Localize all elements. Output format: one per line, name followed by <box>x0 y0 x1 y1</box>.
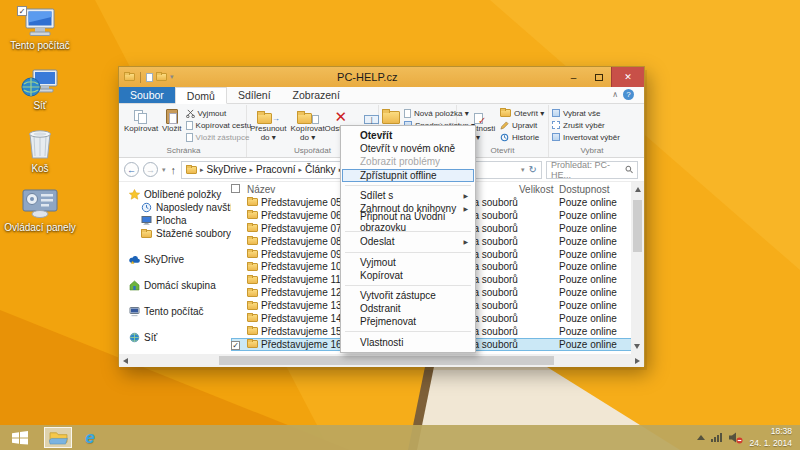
ribbon-group-clipboard: Kopírovat Vložit Vyjmout Kopírovat cestu <box>121 105 247 157</box>
edit-button[interactable]: Upravit <box>498 119 546 131</box>
volume-muted-icon[interactable] <box>728 431 743 444</box>
column-header-availability[interactable]: Dostupnost <box>559 184 630 195</box>
menu-item[interactable]: Vyjmout <box>342 256 474 269</box>
menu-item[interactable]: Vlastnosti <box>342 335 474 348</box>
vertical-scrollbar[interactable] <box>631 182 644 354</box>
copy-to-button[interactable]: Kopírovat do ▾ <box>288 106 326 144</box>
vertical-scroll-thumb[interactable] <box>633 200 642 252</box>
scroll-right-icon[interactable] <box>635 358 640 364</box>
desktop-icon-checkbox[interactable]: ✓ <box>17 6 27 16</box>
desktop-icon-sit[interactable]: Síť <box>3 68 77 112</box>
menu-item[interactable]: Zpřístupnit offline <box>342 169 474 182</box>
rename-icon: | <box>364 115 379 124</box>
cut-button[interactable]: Vyjmout <box>184 107 254 119</box>
network-signal-icon[interactable] <box>711 433 722 442</box>
menu-item[interactable]: Otevřít v novém okně <box>342 142 474 155</box>
menu-item[interactable]: Vytvořit zástupce <box>342 289 474 302</box>
header-checkbox[interactable] <box>231 184 240 193</box>
search-input[interactable]: Prohledat: PC-HE... <box>546 161 638 179</box>
scroll-left-icon[interactable] <box>123 358 128 364</box>
menu-item[interactable] <box>345 185 471 186</box>
menu-item[interactable]: Otevřít <box>342 129 474 142</box>
open-button[interactable]: Otevřít ▾ <box>498 107 546 119</box>
sidebar-item-recent[interactable]: Naposledy navštíven <box>119 201 231 214</box>
copy-button[interactable]: Kopírovat <box>122 106 160 135</box>
help-icon[interactable]: ? <box>623 89 634 100</box>
paste-button[interactable]: Vložit <box>160 106 184 135</box>
minimize-button[interactable]: – <box>561 67 586 87</box>
new-folder-button[interactable] <box>380 106 402 126</box>
file-availability: Pouze online <box>559 339 630 350</box>
copy-path-button[interactable]: Kopírovat cestu <box>184 119 254 131</box>
clock-time: 18:38 <box>749 426 792 437</box>
scroll-down-icon[interactable] <box>634 344 640 349</box>
invert-selection-icon <box>552 133 560 141</box>
column-header-size[interactable]: Velikost <box>519 184 559 195</box>
invert-selection-button[interactable]: Invertovat výběr <box>550 131 622 143</box>
ribbon-tab[interactable]: Zobrazení <box>282 87 351 103</box>
copy-to-icon <box>297 113 312 124</box>
scissors-icon <box>186 109 195 118</box>
menu-item[interactable] <box>345 285 471 286</box>
select-none-button[interactable]: Zrušit výběr <box>550 119 622 131</box>
menu-item[interactable]: Odeslat ▶ <box>342 235 474 248</box>
desktop-icon-tento-pocitac[interactable]: ✓ Tento počítač <box>3 8 77 52</box>
menu-item[interactable]: Připnout na Úvodní obrazovku <box>342 215 474 228</box>
menu-item[interactable] <box>345 252 471 253</box>
taskbar-internet-explorer[interactable]: e <box>76 427 104 448</box>
ribbon-tab[interactable]: Soubor <box>119 87 175 103</box>
close-button[interactable]: ✕ <box>611 67 644 87</box>
qat-properties-icon[interactable] <box>146 73 153 82</box>
horizontal-scrollbar[interactable] <box>119 354 644 367</box>
menu-item[interactable]: Zobrazit problémy <box>342 155 474 168</box>
address-dropdown-icon[interactable]: ▾ <box>521 166 525 174</box>
desktop-icon-label: Ovládací panely <box>3 222 77 234</box>
maximize-button[interactable] <box>586 67 611 87</box>
scroll-up-icon[interactable] <box>635 187 641 192</box>
file-availability: Pouze online <box>559 197 630 208</box>
breadcrumb-item[interactable]: Články <box>305 164 336 175</box>
history-button[interactable]: Historie <box>498 131 546 143</box>
ribbon-tab[interactable]: Sdílení <box>227 87 282 103</box>
menu-item-label: Přejmenovat <box>360 316 416 327</box>
ribbon-tab[interactable]: Domů <box>175 87 227 104</box>
collapse-ribbon-icon[interactable]: ∧ <box>612 90 618 99</box>
sidebar-item-downloads[interactable]: Stažené soubory <box>119 227 231 240</box>
quick-access-toolbar: ▾ <box>119 72 174 83</box>
move-to-button[interactable]: → Přesunout do ▾ <box>248 106 288 144</box>
title-bar[interactable]: ▾ PC-HELP.cz – ✕ <box>119 67 644 87</box>
qat-new-folder-icon[interactable] <box>156 73 167 81</box>
sidebar-item-desktop[interactable]: Plocha <box>119 214 231 227</box>
row-checkbox[interactable]: ✓ <box>231 341 240 350</box>
taskbar-clock[interactable]: 18:38 24. 1. 2014 <box>749 426 792 448</box>
hidden-icons-arrow[interactable] <box>697 435 705 440</box>
select-all-button[interactable]: Vybrat vše <box>550 107 622 119</box>
recent-locations-icon[interactable]: ▾ <box>162 166 166 174</box>
computer-icon: ✓ <box>3 8 77 38</box>
menu-item[interactable]: Kopírovat <box>342 269 474 282</box>
sidebar-item-network[interactable]: Síť <box>119 331 231 344</box>
forward-button[interactable]: → <box>143 162 158 177</box>
menu-item[interactable]: Sdílet s ▶ <box>342 189 474 202</box>
menu-item[interactable]: Přejmenovat <box>342 315 474 328</box>
start-button[interactable] <box>0 425 40 450</box>
horizontal-scroll-thumb[interactable] <box>219 356 554 365</box>
folder-icon <box>247 340 258 348</box>
taskbar-file-explorer[interactable] <box>44 427 72 448</box>
sidebar-item-favorites[interactable]: Oblíbené položky <box>119 188 231 201</box>
move-to-icon <box>257 113 272 124</box>
breadcrumb-item[interactable]: Pracovní <box>256 164 295 175</box>
menu-item[interactable] <box>345 331 471 332</box>
sidebar-item-homegroup[interactable]: Domácí skupina <box>119 279 231 292</box>
up-button[interactable]: ↑ <box>171 164 177 176</box>
desktop-icon-kos[interactable]: Koš <box>3 125 77 175</box>
refresh-icon[interactable]: ↻ <box>529 164 537 175</box>
menu-item[interactable]: Odstranit <box>342 302 474 315</box>
sidebar-item-skydrive[interactable]: SkyDrive <box>119 253 231 266</box>
desktop-icon-ovladaci-panely[interactable]: Ovládací panely <box>3 188 77 234</box>
breadcrumb-item[interactable]: SkyDrive <box>207 164 247 175</box>
back-button[interactable]: ← <box>124 162 139 177</box>
paste-shortcut-button[interactable]: Vložit zástupce <box>184 131 254 143</box>
folder-icon <box>247 289 258 297</box>
sidebar-item-this-pc[interactable]: Tento počítač <box>119 305 231 318</box>
